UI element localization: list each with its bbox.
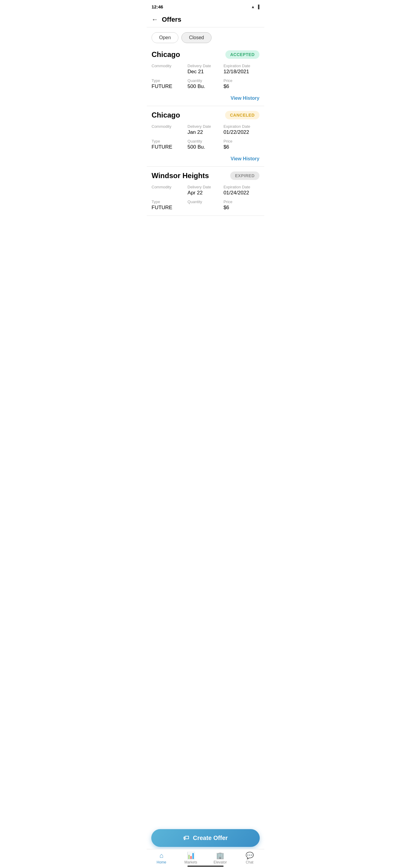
tab-open[interactable]: Open [152, 32, 179, 43]
commodity-1: Commodity [152, 64, 187, 75]
offer-details-1: Commodity Delivery Date Dec 21 Expiratio… [152, 64, 259, 90]
tab-closed[interactable]: Closed [181, 32, 212, 43]
markets-icon: 📊 [187, 852, 195, 860]
quantity-1: Quantity 500 Bu. [187, 79, 223, 90]
create-offer-icon: 🏷 [183, 835, 189, 841]
expiration-date-2: Expiration Date 01/22/2022 [224, 124, 259, 135]
nav-markets[interactable]: 📊 Markets [182, 852, 200, 864]
elevator-icon: 🏢 [216, 852, 224, 860]
price-1: Price $6 [224, 79, 259, 90]
delivery-date-2: Delivery Date Jan 22 [187, 124, 223, 135]
view-history-1[interactable]: View History [152, 92, 259, 103]
nav-elevator[interactable]: 🏢 Elevator [211, 852, 229, 864]
header: ← Offers [147, 13, 264, 27]
nav-chat[interactable]: 💬 Chat [241, 852, 258, 864]
filter-tabs: Open Closed [147, 27, 264, 45]
status-time: 12:46 [152, 4, 163, 9]
status-badge-3: EXPIRED [230, 172, 259, 180]
nav-chat-label: Chat [246, 860, 253, 864]
nav-elevator-label: Elevator [214, 860, 227, 864]
delivery-date-3: Delivery Date Apr 22 [187, 185, 223, 196]
create-offer-button[interactable]: 🏷 Create Offer [151, 829, 260, 847]
nav-home-label: Home [157, 860, 166, 864]
home-icon: ⌂ [159, 852, 163, 860]
price-2: Price $6 [224, 139, 259, 150]
offer-card-1: Chicago ACCEPTED Commodity Delivery Date… [147, 45, 264, 106]
offer-card-3: Windsor Heights EXPIRED Commodity Delive… [147, 167, 264, 216]
offer-header-1: Chicago ACCEPTED [152, 50, 259, 59]
offer-location-2: Chicago [152, 111, 180, 119]
type-2: Type FUTURE [152, 139, 187, 150]
price-3: Price $6 [224, 199, 259, 211]
nav-home[interactable]: ⌂ Home [153, 852, 170, 864]
type-3: Type FUTURE [152, 199, 187, 211]
status-badge-1: ACCEPTED [225, 50, 259, 59]
nav-markets-label: Markets [184, 860, 197, 864]
commodity-2: Commodity [152, 124, 187, 135]
status-badge-2: CANCELED [225, 111, 259, 119]
back-button[interactable]: ← [152, 16, 158, 24]
create-offer-label: Create Offer [193, 835, 228, 841]
bottom-indicator [187, 866, 224, 867]
offer-location-3: Windsor Heights [152, 172, 209, 180]
create-offer-container: 🏷 Create Offer [151, 829, 260, 847]
status-icons: ▲ ▐ [251, 4, 259, 9]
chat-icon: 💬 [246, 852, 254, 860]
delivery-date-1: Delivery Date Dec 21 [187, 64, 223, 75]
offer-location-1: Chicago [152, 50, 180, 59]
offer-details-3: Commodity Delivery Date Apr 22 Expiratio… [152, 185, 259, 211]
quantity-3: Quantity [187, 199, 223, 211]
expiration-date-1: Expiration Date 12/18/2021 [224, 64, 259, 75]
page-title: Offers [162, 16, 181, 24]
view-history-2[interactable]: View History [152, 153, 259, 164]
expiration-date-3: Expiration Date 01/24/2022 [224, 185, 259, 196]
offer-header-2: Chicago CANCELED [152, 111, 259, 119]
offer-header-3: Windsor Heights EXPIRED [152, 172, 259, 180]
wifi-icon: ▲ [251, 4, 255, 9]
type-1: Type FUTURE [152, 79, 187, 90]
battery-icon: ▐ [257, 4, 259, 9]
commodity-3: Commodity [152, 185, 187, 196]
status-bar: 12:46 ▲ ▐ [147, 0, 264, 13]
offer-card-2: Chicago CANCELED Commodity Delivery Date… [147, 106, 264, 167]
offer-details-2: Commodity Delivery Date Jan 22 Expiratio… [152, 124, 259, 150]
quantity-2: Quantity 500 Bu. [187, 139, 223, 150]
bottom-nav: ⌂ Home 📊 Markets 🏢 Elevator 💬 Chat [147, 849, 264, 868]
